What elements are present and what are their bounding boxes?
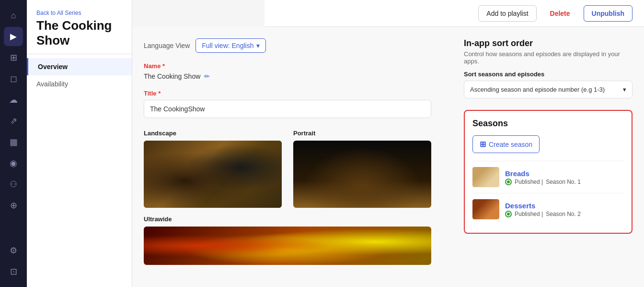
top-bar: Add to playlist Delete Unpublish bbox=[264, 0, 644, 27]
right-panel: In-app sort order Control how seasons an… bbox=[452, 27, 644, 287]
season-info-desserts: Desserts Published | Season No. 2 bbox=[505, 202, 624, 217]
language-selector[interactable]: Full view: English ▾ bbox=[196, 38, 266, 53]
add-to-playlist-button[interactable]: Add to playlist bbox=[478, 5, 536, 22]
share-icon[interactable]: ⇗ bbox=[4, 111, 23, 131]
sort-select[interactable]: Ascending season and episode number (e.g… bbox=[464, 81, 632, 98]
title-label: Title * bbox=[144, 90, 431, 97]
name-label: Name * bbox=[144, 62, 431, 70]
sidebar: ⌂ ▶ ⊞ ◻ ☁ ⇗ ▦ ◉ ⚇ ⊕ ⚙ ⊡ bbox=[0, 0, 27, 287]
unpublish-button[interactable]: Unpublish bbox=[584, 5, 632, 22]
season-no-desserts: Season No. 2 bbox=[546, 211, 581, 217]
sort-select-value: Ascending season and episode number (e.g… bbox=[470, 86, 605, 93]
center-panel: Language View Full view: English ▾ Name … bbox=[132, 27, 452, 287]
content-area: Language View Full view: English ▾ Name … bbox=[132, 27, 644, 287]
season-thumb-desserts bbox=[472, 199, 499, 219]
series-title: The Cooking Show bbox=[36, 18, 122, 48]
left-nav: Back to All Series The Cooking Show Over… bbox=[27, 0, 132, 287]
season-status-desserts: Published | Season No. 2 bbox=[505, 211, 624, 217]
name-required: * bbox=[162, 62, 165, 70]
season-status-text-breads: Published | bbox=[515, 179, 543, 185]
users-icon[interactable]: ⚇ bbox=[4, 175, 23, 194]
season-no-breads: Season No. 1 bbox=[546, 179, 581, 185]
play-circle-icon[interactable]: ◉ bbox=[4, 154, 23, 173]
cloud-icon[interactable]: ☁ bbox=[4, 90, 23, 109]
home-icon[interactable]: ⌂ bbox=[4, 6, 23, 25]
seasons-title: Seasons bbox=[472, 119, 624, 129]
ultrawide-image bbox=[144, 227, 431, 265]
left-nav-menu: Overview Availability bbox=[27, 54, 132, 96]
status-published-icon-desserts bbox=[505, 211, 512, 217]
language-row: Language View Full view: English ▾ bbox=[144, 38, 431, 53]
landscape-block: Landscape bbox=[144, 130, 282, 208]
sort-chevron-icon: ▾ bbox=[623, 86, 626, 93]
title-required: * bbox=[158, 90, 161, 97]
sort-section: In-app sort order Control how seasons an… bbox=[464, 38, 632, 98]
delete-button[interactable]: Delete bbox=[542, 6, 578, 21]
user-plus-icon[interactable]: ⊕ bbox=[4, 196, 23, 215]
season-item-desserts: Desserts Published | Season No. 2 bbox=[472, 193, 624, 225]
status-published-icon-breads bbox=[505, 179, 512, 185]
language-label: Language View bbox=[144, 42, 190, 49]
create-season-button[interactable]: ⊞ Create season bbox=[472, 135, 540, 153]
video-icon[interactable]: ▶ bbox=[4, 27, 23, 46]
portrait-image bbox=[293, 141, 431, 208]
season-status-text-desserts: Published | bbox=[515, 211, 543, 217]
nav-item-availability[interactable]: Availability bbox=[27, 75, 132, 93]
season-name-desserts[interactable]: Desserts bbox=[505, 202, 624, 210]
name-value: The Cooking Show bbox=[144, 72, 200, 80]
sort-title: In-app sort order bbox=[464, 38, 632, 48]
back-link[interactable]: Back to All Series bbox=[36, 10, 122, 16]
images-section: Landscape Portrait bbox=[144, 130, 431, 208]
season-thumb-breads bbox=[472, 167, 499, 187]
layers-icon[interactable]: ⊞ bbox=[4, 48, 23, 67]
edit-icon[interactable]: ✏ bbox=[204, 72, 210, 80]
name-display: The Cooking Show ✏ bbox=[144, 72, 431, 80]
settings-icon[interactable]: ⚙ bbox=[4, 241, 23, 260]
sort-subtitle: Control how seasons and episodes are dis… bbox=[464, 50, 632, 65]
season-info-breads: Breads Published | Season No. 1 bbox=[505, 169, 624, 185]
main-content: Add to playlist Delete Unpublish Languag… bbox=[132, 0, 644, 287]
nav-item-overview[interactable]: Overview bbox=[27, 58, 132, 75]
portrait-label: Portrait bbox=[293, 130, 431, 137]
season-status-breads: Published | Season No. 1 bbox=[505, 179, 624, 185]
ultrawide-section: Ultrawide bbox=[144, 215, 431, 265]
season-name-breads[interactable]: Breads bbox=[505, 169, 624, 178]
landscape-image bbox=[144, 141, 282, 208]
seasons-box: Seasons ⊞ Create season Breads Published… bbox=[464, 110, 632, 234]
ultrawide-label: Ultrawide bbox=[144, 215, 431, 223]
portrait-block: Portrait bbox=[293, 130, 431, 208]
chart-icon[interactable]: ▦ bbox=[4, 132, 23, 152]
chevron-down-icon: ▾ bbox=[256, 42, 260, 49]
season-item-breads: Breads Published | Season No. 1 bbox=[472, 161, 624, 193]
sort-label: Sort seasons and episodes bbox=[464, 71, 632, 78]
series-header: Back to All Series The Cooking Show bbox=[27, 0, 132, 54]
shopping-icon[interactable]: ⊡ bbox=[4, 262, 23, 281]
create-season-plus-icon: ⊞ bbox=[480, 140, 486, 149]
landscape-label: Landscape bbox=[144, 130, 282, 137]
create-season-label: Create season bbox=[489, 141, 532, 148]
tv-icon[interactable]: ◻ bbox=[4, 69, 23, 88]
language-selector-text: Full view: English bbox=[202, 42, 253, 49]
form-section: Language View Full view: English ▾ Name … bbox=[144, 38, 431, 265]
title-input[interactable] bbox=[144, 100, 431, 118]
